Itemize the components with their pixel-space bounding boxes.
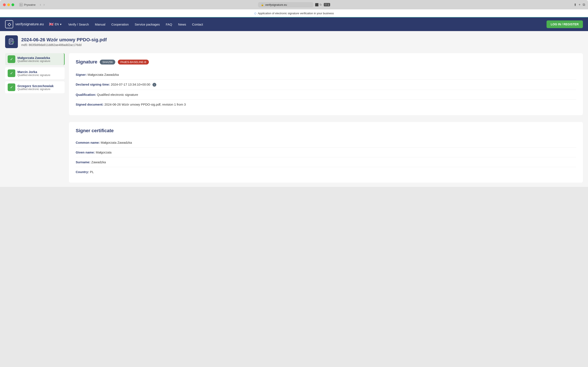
nav-faq[interactable]: FAQ	[166, 23, 172, 26]
signer-check-icon: ✓	[8, 55, 15, 63]
title-bar: Prywatne ‹ › 🔒 verifysignature.eu ⬛ ↻ 🛡 …	[0, 0, 588, 9]
signed-doc-label: Signed document:	[76, 103, 104, 106]
signed-doc-value: 2024-06-26 Wzór umowy PPDO-sig.pdf, revi…	[105, 103, 186, 106]
tab-label: Prywatne	[24, 3, 35, 6]
logo-icon: ◇	[5, 20, 13, 28]
signer-item[interactable]: ✓ Marcin Jorka Qualified electronic sign…	[5, 67, 65, 79]
cert-country-row: Country: PL	[76, 167, 576, 177]
doc-info: 2024-06-26 Wzór umowy PPDO-sig.pdf md5: …	[21, 37, 107, 47]
signer-type: Qualified electronic signature	[17, 88, 54, 91]
tab-area: Prywatne	[19, 3, 35, 6]
address-text: verifysignature.eu	[265, 3, 287, 6]
chevron-down-icon: ▾	[60, 23, 61, 26]
traffic-lights	[3, 3, 14, 6]
signers-list: ✓ Małgorzata Zawadzka Qualified electron…	[5, 53, 65, 183]
signer-type: Qualified electronic signature	[17, 74, 50, 77]
common-name-value: Małgorzata Zawadzka	[101, 141, 132, 144]
signer-item[interactable]: ✓ Grzegorz Szczechowiak Qualified electr…	[5, 81, 65, 93]
doc-header: 2024-06-26 Wzór umowy PPDO-sig.pdf md5: …	[5, 35, 583, 48]
svg-rect-1	[21, 4, 22, 6]
lock-icon: 🔒	[261, 3, 264, 6]
signature-details: Signature SHA256 PAdES-BASELINE-B Signer…	[69, 53, 583, 115]
sig-time-row: Declared signing time: 2024-07-17 13:34:…	[76, 80, 576, 90]
qualification-label: Qualification:	[76, 93, 96, 96]
page-content: 2024-06-26 Wzór umowy PPDO-sig.pdf md5: …	[0, 31, 588, 187]
maximize-button[interactable]	[11, 3, 14, 6]
signing-time-value: 2024-07-17 13:34:10+00:00	[111, 83, 150, 86]
toolbar-right: ⬆ + ⧉	[574, 3, 585, 7]
signer-label: Signer:	[76, 73, 87, 76]
sig-signer-row: Signer: Małgorzata Zawadzka	[76, 70, 576, 80]
login-register-button[interactable]: LOG IN / REGISTER	[547, 20, 583, 28]
flag-icon: 🇬🇧	[49, 22, 54, 27]
signer-name: Grzegorz Szczechowiak	[17, 84, 54, 88]
common-name-label: Common name:	[76, 141, 100, 144]
main-layout: ✓ Małgorzata Zawadzka Qualified electron…	[5, 53, 583, 183]
shield-badge[interactable]: 🛡 1	[324, 3, 330, 6]
sig-doc-row: Signed document: 2024-06-26 Wzór umowy P…	[76, 100, 576, 109]
close-button[interactable]	[3, 3, 6, 6]
logo-area[interactable]: ◇ verifysignature.eu	[5, 20, 44, 28]
share-button[interactable]: ⬆	[574, 3, 577, 7]
logo-text: verifysignature.eu	[15, 22, 44, 26]
given-name-label: Given name:	[76, 150, 95, 154]
reload-button[interactable]: ↻	[319, 3, 322, 6]
nav-verify[interactable]: Verify / Search	[68, 23, 89, 26]
doc-title: 2024-06-26 Wzór umowy PPDO-sig.pdf	[21, 37, 107, 42]
nav-cooperation[interactable]: Cooperation	[111, 23, 129, 26]
sha256-badge: SHA256	[100, 60, 115, 65]
screen-share-button[interactable]: ⬛	[315, 3, 319, 6]
sig-header: Signature SHA256 PAdES-BASELINE-B	[76, 59, 576, 65]
nav-service-packages[interactable]: Service packages	[135, 23, 160, 26]
info-bar-icon: ◇	[254, 11, 257, 15]
tab-icon	[19, 3, 23, 6]
address-bar[interactable]: 🔒 verifysignature.eu	[258, 2, 313, 8]
cert-common-name-row: Common name: Małgorzata Zawadzka	[76, 138, 576, 148]
signer-type: Qualified electronic signature	[17, 60, 50, 63]
signer-check-icon: ✓	[8, 83, 15, 91]
pades-badge: PAdES-BASELINE-B	[118, 60, 149, 65]
qualification-value: Qualified electronic signature	[97, 93, 138, 96]
country-label: Country:	[76, 170, 89, 174]
nav-news[interactable]: News	[178, 23, 186, 26]
signer-info: Grzegorz Szczechowiak Qualified electron…	[17, 84, 54, 91]
doc-icon	[5, 35, 18, 48]
nav-manual[interactable]: Manual	[95, 23, 105, 26]
surname-value: Zawadzka	[91, 160, 106, 164]
nav-contact[interactable]: Contact	[192, 23, 203, 26]
back-button[interactable]: ‹	[39, 2, 42, 7]
minimize-button[interactable]	[7, 3, 10, 6]
cert-section: Signer certificate Common name: Małgorza…	[69, 122, 583, 183]
tabs-button[interactable]: ⧉	[583, 3, 585, 7]
cert-given-name-row: Given name: Małgorzata	[76, 148, 576, 157]
signer-info: Marcin Jorka Qualified electronic signat…	[17, 70, 50, 77]
doc-hash: md5: 8635b89da911dd62ae488add2ac176dd	[21, 43, 107, 47]
sig-title: Signature	[76, 59, 97, 65]
new-tab-button[interactable]: +	[579, 3, 580, 7]
nav-links: Verify / Search Manual Cooperation Servi…	[68, 23, 547, 26]
signer-item[interactable]: ✓ Małgorzata Zawadzka Qualified electron…	[5, 53, 65, 65]
language-selector[interactable]: 🇬🇧 EN ▾	[49, 22, 61, 27]
signer-info: Małgorzata Zawadzka Qualified electronic…	[17, 56, 50, 63]
nav-arrows: ‹ ›	[39, 2, 46, 7]
cert-surname-row: Surname: Zawadzka	[76, 157, 576, 167]
surname-label: Surname:	[76, 160, 90, 164]
address-bar-area: 🔒 verifysignature.eu ⬛ ↻ 🛡 1	[258, 2, 330, 8]
info-icon[interactable]: i	[153, 83, 156, 87]
shield-icon: 🛡	[325, 3, 327, 6]
signer-value: Małgorzata Zawadzka	[88, 73, 119, 76]
info-bar: ◇ Application of electronic signature ve…	[0, 9, 588, 17]
reload-area: ⬛ ↻	[315, 3, 322, 6]
forward-button[interactable]: ›	[43, 2, 46, 7]
signer-check-icon: ✓	[8, 69, 15, 77]
shield-count: 1	[328, 3, 329, 6]
lang-text: EN	[55, 23, 59, 26]
signing-time-label: Declared signing time:	[76, 83, 110, 86]
signer-name: Małgorzata Zawadzka	[17, 56, 50, 60]
given-name-value: Małgorzata	[96, 150, 112, 154]
main-nav: ◇ verifysignature.eu 🇬🇧 EN ▾ Verify / Se…	[0, 17, 588, 31]
sig-qual-row: Qualification: Qualified electronic sign…	[76, 90, 576, 100]
country-value: PL	[90, 170, 94, 174]
cert-title: Signer certificate	[76, 128, 576, 133]
signer-name: Marcin Jorka	[17, 70, 50, 74]
